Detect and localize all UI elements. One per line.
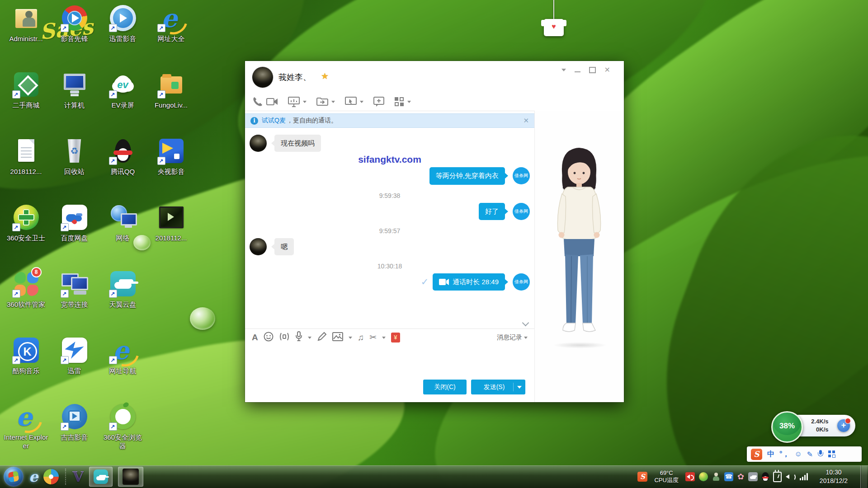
memory-usage-ball[interactable]: 38% <box>771 411 803 443</box>
power-plug-icon[interactable] <box>773 472 782 482</box>
remote-desktop-caret-icon[interactable] <box>360 101 363 105</box>
desktop-icon[interactable]: 迅雷 <box>50 336 99 402</box>
start-button[interactable] <box>4 467 24 487</box>
xunlei-icon[interactable] <box>60 336 89 365</box>
desktop-icon[interactable]: 央视影音 <box>147 136 195 203</box>
star-icon[interactable]: ★ <box>321 71 329 81</box>
minimize-button[interactable] <box>575 71 580 72</box>
cloud-tray-icon[interactable] <box>748 472 758 481</box>
desktop-icon[interactable]: 吉吉影音 <box>50 402 99 469</box>
self-avatar[interactable]: 借条网 <box>513 273 530 291</box>
ie-icon[interactable] <box>12 402 41 431</box>
taskbar-v-player-icon[interactable]: V <box>72 467 84 487</box>
peer-avatar[interactable] <box>250 135 267 152</box>
send-file-icon[interactable] <box>316 97 328 106</box>
voice-input-icon[interactable] <box>818 450 823 458</box>
tianyi-cloud-icon[interactable] <box>108 269 137 298</box>
flower-app-tray-icon[interactable]: ✿ <box>737 472 744 481</box>
link-message[interactable]: sifangktv.com <box>250 154 530 165</box>
recycle-bin-icon[interactable] <box>60 136 89 165</box>
desktop-icon[interactable]: 二手商城 <box>2 70 50 136</box>
qmai-link[interactable]: 试试Q麦 <box>262 117 286 125</box>
apps-grid-caret-icon[interactable] <box>407 101 411 105</box>
create-group-icon[interactable] <box>373 97 384 107</box>
chinese-mode-icon[interactable]: 中 <box>767 450 774 459</box>
self-avatar[interactable]: 借条网 <box>513 203 530 220</box>
window-shake-icon[interactable] <box>279 333 290 343</box>
browser-e-icon[interactable] <box>157 4 186 33</box>
qq-show-girl-avatar[interactable] <box>545 143 613 347</box>
desktop-icon[interactable]: Internet Explorer <box>2 402 50 469</box>
ev-recorder-icon[interactable] <box>108 70 137 99</box>
video-call-icon[interactable] <box>266 97 278 107</box>
window-menu-caret-icon[interactable] <box>561 69 566 74</box>
baidu-netdisk-icon[interactable] <box>60 203 89 232</box>
360-safety-tray-icon[interactable] <box>699 472 708 481</box>
self-avatar[interactable]: 借条网 <box>513 167 530 184</box>
doodle-pen-icon[interactable] <box>317 332 327 343</box>
desktop-icon[interactable]: 影音先锋 <box>50 4 99 70</box>
video-file-icon[interactable] <box>157 203 186 232</box>
emoji-picker-icon[interactable]: ☺ <box>794 450 802 458</box>
image-caret-icon[interactable] <box>349 337 352 341</box>
desktop-icon[interactable]: 网址大全 <box>147 4 195 70</box>
desktop-icon[interactable]: 2018112... <box>2 136 50 203</box>
network-signal-icon[interactable] <box>800 473 808 480</box>
apps-grid-icon[interactable] <box>394 97 404 107</box>
text-document-icon[interactable] <box>12 136 41 165</box>
network-icon[interactable] <box>108 203 137 232</box>
accelerate-plus-button[interactable]: + <box>837 419 850 432</box>
xunlei-player-icon[interactable] <box>108 4 137 33</box>
desktop-icon[interactable]: 百度网盘 <box>50 203 99 269</box>
desktop-icon[interactable]: Administr... <box>2 4 50 70</box>
desktop-icon[interactable]: FungoLiv... <box>147 70 195 136</box>
red-packet-icon[interactable]: ¥ <box>391 333 400 343</box>
desktop-icon[interactable]: 回收站 <box>50 136 99 203</box>
desktop-icon[interactable]: 网络 <box>99 203 147 269</box>
announcement-icon[interactable] <box>685 472 695 481</box>
browser-e-icon[interactable] <box>108 336 137 365</box>
taskbar-ie-icon[interactable]: e <box>29 467 38 487</box>
screen-demo-icon[interactable] <box>288 97 300 107</box>
image-icon[interactable] <box>332 332 343 343</box>
desktop-icon[interactable]: 360安全卫士 <box>2 203 50 269</box>
sogou-logo-icon[interactable]: S <box>751 449 762 460</box>
qqshow-shirt-icon[interactable]: ♥ <box>544 19 564 36</box>
maximize-button[interactable] <box>589 67 596 73</box>
cpu-temperature[interactable]: 69°CCPU温度 <box>654 469 678 484</box>
close-chat-button[interactable]: 关闭(C) <box>423 380 467 394</box>
notice-close-icon[interactable]: ✕ <box>523 117 529 125</box>
call-record-bubble[interactable]: 通话时长 28:49 <box>433 273 505 291</box>
screenshot-caret-icon[interactable] <box>382 337 386 341</box>
desktop-icon[interactable]: 计算机 <box>50 70 99 136</box>
360-safeguard-icon[interactable] <box>12 203 41 232</box>
close-window-button[interactable]: ✕ <box>604 67 610 73</box>
broadband-icon[interactable] <box>60 269 89 298</box>
handwriting-icon[interactable]: ✎ <box>807 450 813 459</box>
music-icon[interactable]: ♫ <box>358 333 364 343</box>
taskbar-clock[interactable]: 10:302018/12/2 <box>816 468 852 485</box>
desktop-icon[interactable]: 酷狗音乐 <box>2 336 50 402</box>
punctuation-mode-icon[interactable]: °， <box>779 450 789 459</box>
kugou-music-icon[interactable] <box>12 336 41 365</box>
cctv-player-icon[interactable] <box>157 136 186 165</box>
send-file-caret-icon[interactable] <box>331 101 335 105</box>
desktop-icon[interactable]: 8360软件管家 <box>2 269 50 336</box>
contact-tray-icon[interactable] <box>712 472 720 481</box>
desktop-icon[interactable]: 360安全浏览器 <box>99 402 147 469</box>
font-style-icon[interactable]: A <box>252 333 258 343</box>
desktop-icon[interactable]: 网址导航 <box>99 336 147 402</box>
show-desktop-button[interactable] <box>860 465 867 488</box>
remote-desktop-icon[interactable] <box>345 97 357 107</box>
taskbar-cloud-app-button[interactable] <box>89 467 113 487</box>
jiji-player-icon[interactable] <box>60 402 89 431</box>
screenshot-scissors-icon[interactable]: ✂ <box>369 333 377 343</box>
media-player-icon[interactable] <box>60 4 89 33</box>
desktop-icon[interactable]: EV录屏 <box>99 70 147 136</box>
send-options-caret-icon[interactable] <box>517 386 522 391</box>
green-mall-icon[interactable] <box>12 70 41 99</box>
voice-message-icon[interactable] <box>295 331 302 343</box>
360-browser-icon[interactable] <box>108 402 137 431</box>
toolbox-icon[interactable] <box>828 450 835 458</box>
desktop-icon[interactable]: 2018112... <box>147 203 195 269</box>
